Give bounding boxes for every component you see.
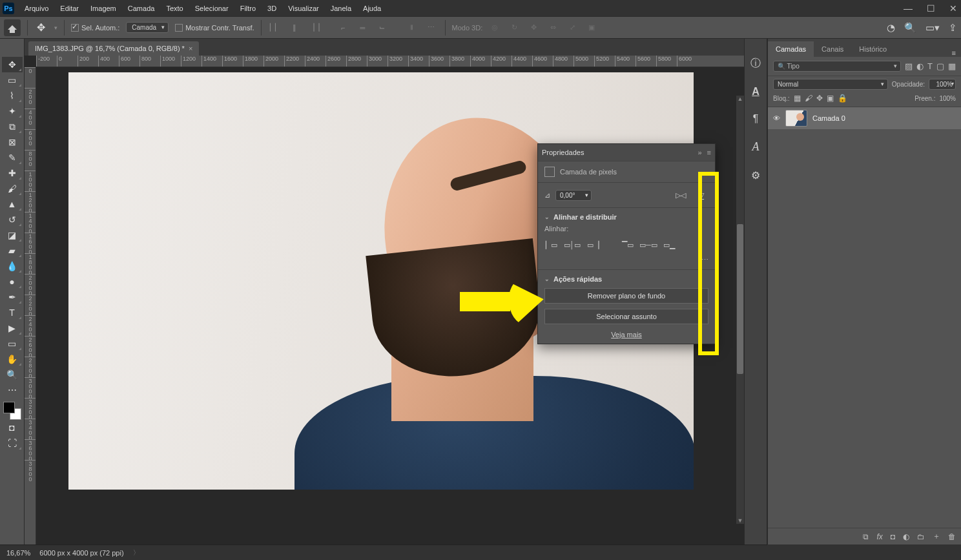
menu-image[interactable]: Imagem [85,3,121,14]
edit-toolbar[interactable]: ⋯ [2,382,23,398]
share-icon[interactable]: ⇪ [949,22,957,34]
auto-select-check[interactable]: Sel. Autom.: [71,24,119,32]
document-tab[interactable]: IMG_1383.JPG @ 16,7% (Camada 0, RGB/8) *… [28,41,199,56]
history-brush-tool[interactable]: ↺ [2,212,23,227]
menu-3d[interactable]: 3D [262,3,282,14]
dodge-tool[interactable]: ● [2,274,23,289]
glyphs-panel-icon[interactable]: A [752,140,760,154]
menu-select[interactable]: Selecionar [190,3,234,14]
align-left-icon[interactable]: ▏▏ [268,21,282,35]
align-bottom-icon[interactable]: ⌙ [375,21,389,35]
lasso-tool[interactable]: ⌇ [2,88,23,103]
gradient-tool[interactable]: ▰ [2,243,23,258]
menu-window[interactable]: Janela [326,3,356,14]
select-subject-button[interactable]: Selecionar assunto [544,309,708,324]
add-mask-icon[interactable]: ◘ [891,532,895,541]
panel-menu-icon[interactable]: ≡ [707,149,711,156]
new-group-icon[interactable]: 🗀 [917,532,925,541]
zoom-value[interactable]: 16,67% [6,549,30,557]
info-panel-icon[interactable]: ⓘ [750,57,761,70]
menu-layer[interactable]: Camada [123,3,160,14]
align-top-icon[interactable]: ⌐ [336,21,351,35]
align-center-h-icon[interactable]: ‖ [287,21,302,35]
fill-value[interactable]: 100% [939,95,956,102]
align-right-icon[interactable]: ▕▕ [307,21,321,35]
blur-tool[interactable]: 💧 [2,258,23,274]
tab-history[interactable]: Histórico [851,41,894,57]
brush-tool[interactable]: 🖌 [2,181,23,196]
layer-fx-icon[interactable]: fx [876,532,882,541]
tab-layers[interactable]: Camadas [768,41,814,57]
section-quick-actions[interactable]: ⌄Ações rápidas [544,275,708,283]
lock-position-icon[interactable]: ✥ [816,94,823,103]
layer-item[interactable]: 👁 Camada 0 [768,107,961,129]
cloud-docs-icon[interactable]: ◔ [887,22,895,34]
filter-adjust-icon[interactable]: ◐ [916,61,924,71]
filter-type-icon[interactable]: T [927,61,933,71]
adjustments-panel-icon[interactable]: ⚙ [751,169,760,181]
character-panel-icon[interactable]: A [752,86,760,98]
scrollbar-thumb[interactable] [737,224,743,374]
move-tool[interactable]: ✥ [2,57,23,72]
see-more-link[interactable]: Veja mais [544,331,708,338]
frame-tool[interactable]: ⊠ [2,134,23,150]
close-tab-icon[interactable]: × [189,45,192,52]
more-align-icon[interactable]: ⋯ [544,256,708,264]
color-swatches[interactable] [3,402,21,420]
more-align-icon[interactable]: ⋯ [424,21,439,35]
tab-channels[interactable]: Canais [814,41,851,57]
remove-background-button[interactable]: Remover plano de fundo [544,288,708,304]
blend-mode-dropdown[interactable]: Normal [773,79,888,90]
search-icon[interactable]: 🔍 [904,22,916,34]
vertical-scrollbar[interactable]: ▲ ▼ [736,96,744,524]
workspace-icon[interactable]: ▭▾ [925,22,940,34]
align-left-icon[interactable]: ▏▭ [544,238,559,252]
pen-tool[interactable]: ✒ [2,289,23,305]
paragraph-panel-icon[interactable]: ¶ [753,113,759,125]
foreground-color-swatch[interactable] [3,402,15,413]
align-middle-v-icon[interactable]: ═ [356,21,370,35]
filter-pixel-icon[interactable]: ▨ [905,61,913,71]
collapse-panel-icon[interactable]: » [698,149,701,156]
magic-wand-tool[interactable]: ✦ [2,103,23,119]
layer-name[interactable]: Camada 0 [812,114,845,122]
scroll-down-icon[interactable]: ▼ [736,517,744,524]
align-right-icon[interactable]: ▭▕ [586,238,600,252]
clone-stamp-tool[interactable]: ▲ [2,196,23,212]
document-dimensions[interactable]: 6000 px x 4000 px (72 ppi) [39,549,123,557]
eyedropper-tool[interactable]: ✎ [2,150,23,165]
home-button[interactable] [4,19,21,36]
marquee-tool[interactable]: ▭ [2,72,23,88]
align-top-icon[interactable]: ▔▭ [621,238,635,252]
eraser-tool[interactable]: ◪ [2,227,23,243]
opacity-value[interactable]: 100% [929,79,956,90]
align-middle-v-icon[interactable]: ▭─▭ [641,238,656,252]
filter-smart-icon[interactable]: ▦ [948,61,956,71]
type-tool[interactable]: T [2,305,23,320]
visibility-toggle-icon[interactable]: 👁 [773,114,780,122]
delete-layer-icon[interactable]: 🗑 [948,532,956,541]
window-minimize[interactable]: — [904,3,913,14]
chevron-down-icon[interactable]: ▾ [54,25,57,31]
properties-header[interactable]: Propriedades » ≡ [538,144,715,161]
new-layer-icon[interactable]: ＋ [933,531,940,542]
align-center-h-icon[interactable]: ▭│▭ [565,238,579,252]
layer-thumbnail[interactable] [785,110,807,127]
section-align[interactable]: ⌄Alinhar e distribuir [544,213,708,221]
distribute-icon[interactable]: ⫴ [405,21,419,35]
menu-file[interactable]: Arquivo [19,3,54,14]
menu-text[interactable]: Texto [161,3,188,14]
flip-vertical-icon[interactable]: ▽̲ [694,188,708,202]
panel-menu-icon[interactable]: ≡ [947,49,961,57]
menu-help[interactable]: Ajuda [358,3,386,14]
filter-shape-icon[interactable]: ▢ [936,61,944,71]
new-adjustment-icon[interactable]: ◐ [903,532,909,541]
layer-filter-dropdown[interactable]: 🔍 Tipo [773,61,901,72]
menu-filter[interactable]: Filtro [235,3,261,14]
path-select-tool[interactable]: ▶ [2,320,23,336]
window-maximize[interactable]: ☐ [927,3,935,14]
link-layers-icon[interactable]: ⧉ [863,532,869,541]
crop-tool[interactable]: ⧉ [2,119,23,134]
menu-edit[interactable]: Editar [55,3,84,14]
shape-tool[interactable]: ▭ [2,336,23,351]
